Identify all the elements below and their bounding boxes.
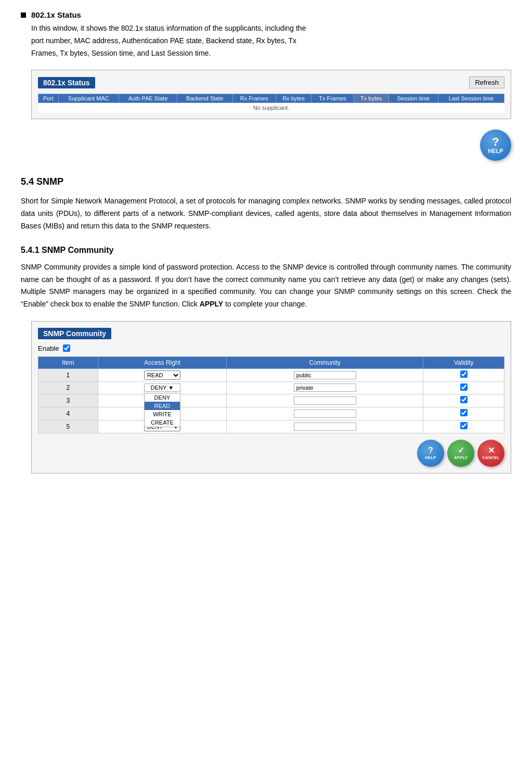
col-last-session-time: Last Session time <box>438 94 504 103</box>
snmp-row-1-validity <box>423 368 504 381</box>
body-line2: port number, MAC address, Authentication… <box>31 36 296 45</box>
snmp-row-5-item: 5 <box>38 420 98 433</box>
snmp-row-2-community <box>227 381 423 394</box>
snmp-row-2-access: DENY ▼ DENY READ WRITE CREATE <box>98 381 226 394</box>
apply-label: APPLY <box>454 455 468 460</box>
snmp-title-bar: SNMP Community <box>38 328 111 339</box>
snmp-row-2-dropdown-options: DENY READ WRITE CREATE <box>144 393 180 427</box>
snmp-help-label: HELP <box>425 455 436 460</box>
cancel-label: CANCEL <box>482 455 499 460</box>
status-table: Port Supplicant MAC Auth PAE State Backe… <box>38 94 504 112</box>
snmp-row-4-validity-check[interactable] <box>460 409 468 416</box>
snmp-row-5-community <box>227 420 423 433</box>
snmp-row-1: 1 READ DENY WRITE CREATE <box>38 368 504 381</box>
section-54-paragraph: Short for Simple Network Management Prot… <box>21 195 511 232</box>
snmp-row-2: 2 DENY ▼ DENY READ WRITE CREATE <box>38 381 504 394</box>
body-line3: Frames, Tx bytes, Session time, and Last… <box>31 49 211 57</box>
enable-label: Enable <box>38 344 59 352</box>
snmp-row-1-select[interactable]: READ DENY WRITE CREATE <box>144 370 180 380</box>
snmp-row-4-community <box>227 407 423 420</box>
snmp-row-3-item: 3 <box>38 394 98 407</box>
snmp-row-2-validity-check[interactable] <box>460 383 468 391</box>
col-session-time: Session time <box>388 94 438 103</box>
no-supplicant-text: No supplicant. <box>38 103 504 113</box>
snmp-apply-button[interactable]: ✓ APPLY <box>447 440 474 467</box>
no-supplicant-row: No supplicant. <box>38 103 504 113</box>
snmp-row-5: 5 DENY READ WRITE CREATE <box>38 420 504 433</box>
option-read[interactable]: READ <box>145 402 180 410</box>
apply-icon: ✓ <box>458 446 464 455</box>
col-rx-bytes: Rx bytes <box>276 94 312 103</box>
snmp-row-5-community-input[interactable] <box>294 423 356 431</box>
snmp-cancel-button[interactable]: ✕ CANCEL <box>477 440 504 467</box>
snmp-row-3-community-input[interactable] <box>294 397 356 405</box>
8021x-screenshot-box: 802.1x Status Refresh Port Supplicant MA… <box>31 70 511 119</box>
snmp-row-4: 4 DENY READ WRITE CREATE <box>38 407 504 420</box>
snmp-table-header-row: Item Access Right Community Validity <box>38 356 504 368</box>
snmp-help-button[interactable]: ? HELP <box>417 440 444 467</box>
section-541-heading: 5.4.1 SNMP Community <box>21 246 511 255</box>
col-supplicant-mac: Supplicant MAC <box>58 94 119 103</box>
apply-bold: APPLY <box>200 300 223 308</box>
col-tx-frames: Tx Frames <box>312 94 354 103</box>
snmp-row-3-validity-check[interactable] <box>460 396 468 403</box>
section-541-paragraph: SNMP Community provides a simple kind of… <box>21 261 511 311</box>
snmp-row-2-validity <box>423 381 504 394</box>
option-deny[interactable]: DENY <box>145 393 180 402</box>
snmp-community-box: SNMP Community Enable Item Access Right … <box>31 321 511 474</box>
col-rx-frames: Rx Frames <box>232 94 276 103</box>
snmp-col-validity: Validity <box>423 356 504 368</box>
snmp-row-5-validity <box>423 420 504 433</box>
cancel-icon: ✕ <box>488 446 495 455</box>
snmp-col-item: Item <box>38 356 98 368</box>
snmp-row-2-dropdown-container: DENY ▼ DENY READ WRITE CREATE <box>144 383 180 392</box>
para-text-end: to complete your change. <box>223 300 307 308</box>
snmp-row-1-item: 1 <box>38 368 98 381</box>
col-tx-bytes: Tx bytes <box>354 94 388 103</box>
snmp-row-4-item: 4 <box>38 407 98 420</box>
bullet-icon <box>21 12 26 18</box>
snmp-row-5-validity-check[interactable] <box>460 422 468 429</box>
section-8021x-title: 802.1x Status <box>31 10 511 19</box>
snmp-row-1-community-input[interactable] <box>294 371 356 379</box>
snmp-row-1-access: READ DENY WRITE CREATE <box>98 368 226 381</box>
snmp-col-community: Community <box>227 356 423 368</box>
snmp-col-access: Access Right <box>98 356 226 368</box>
snmp-row-3-community <box>227 394 423 407</box>
enable-checkbox[interactable] <box>63 344 70 352</box>
enable-row: Enable <box>38 344 504 352</box>
col-port: Port <box>38 94 59 103</box>
help-button-container: ? HELP <box>21 130 511 161</box>
snmp-row-4-validity <box>423 407 504 420</box>
snmp-row-4-community-input[interactable] <box>294 410 356 418</box>
section-54-heading: 5.4 SNMP <box>21 176 511 187</box>
option-create[interactable]: CREATE <box>145 418 180 427</box>
section-8021x-content: 802.1x Status In this window, it shows t… <box>31 10 511 59</box>
col-auth-pae: Auth PAE State <box>119 94 177 103</box>
body-line1: In this window, it shows the 802.1x stat… <box>31 24 306 32</box>
snmp-row-3: 3 WRITE READ DENY CREATE <box>38 394 504 407</box>
option-write[interactable]: WRITE <box>145 410 180 418</box>
snmp-row-2-dropdown-trigger[interactable]: DENY ▼ <box>144 383 180 392</box>
bottom-buttons: ? HELP ✓ APPLY ✕ CANCEL <box>38 440 504 467</box>
status-table-header-row: Port Supplicant MAC Auth PAE State Backe… <box>38 94 504 103</box>
snmp-row-2-item: 2 <box>38 381 98 394</box>
status-title-bar: 802.1x Status <box>38 77 95 88</box>
status-header: 802.1x Status Refresh <box>38 76 504 88</box>
snmp-help-question-mark: ? <box>428 446 433 455</box>
help-question-mark: ? <box>492 136 499 148</box>
snmp-row-1-community <box>227 368 423 381</box>
help-button[interactable]: ? HELP <box>480 130 511 161</box>
section-8021x: 802.1x Status In this window, it shows t… <box>21 10 511 59</box>
snmp-row-3-validity <box>423 394 504 407</box>
refresh-button[interactable]: Refresh <box>469 76 504 88</box>
snmp-row-1-validity-check[interactable] <box>460 370 468 378</box>
help-label: HELP <box>488 148 503 154</box>
section-8021x-body: In this window, it shows the 802.1x stat… <box>31 22 511 59</box>
snmp-table: Item Access Right Community Validity 1 R… <box>38 356 504 433</box>
snmp-row-2-community-input[interactable] <box>294 383 356 392</box>
col-backend-state: Backend State <box>177 94 233 103</box>
